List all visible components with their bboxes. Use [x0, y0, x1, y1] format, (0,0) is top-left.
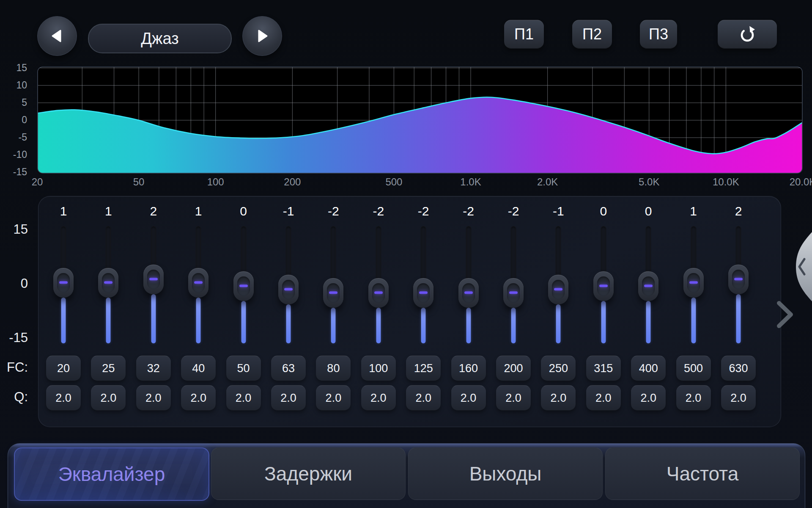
- preset-slot-3-button[interactable]: П3: [640, 20, 677, 49]
- bottom-tab-label: Частота: [667, 462, 739, 485]
- band-fc-button[interactable]: 400: [631, 356, 666, 381]
- bottom-tab-label: Выходы: [469, 462, 542, 485]
- next-preset-button[interactable]: [242, 16, 282, 56]
- band-slider-thumb[interactable]: [683, 268, 704, 298]
- band-slider-fill: [511, 308, 516, 343]
- band-fc-button[interactable]: 25: [91, 356, 126, 381]
- band-fc-button[interactable]: 160: [451, 356, 486, 381]
- x-tick-label: 5.0K: [630, 176, 668, 188]
- band-q-button[interactable]: 2.0: [406, 385, 441, 411]
- band-q-button[interactable]: 2.0: [46, 385, 81, 411]
- band-slider-fill: [331, 308, 336, 343]
- band-fc-button[interactable]: 80: [316, 356, 351, 381]
- band-slider-thumb[interactable]: [458, 278, 479, 308]
- band-fc-button[interactable]: 20: [46, 356, 81, 381]
- previous-preset-button[interactable]: [37, 16, 77, 56]
- band-slider-fill: [106, 298, 111, 343]
- eq-band-column: 0 50 2.0: [221, 199, 266, 415]
- side-drawer-handle[interactable]: [784, 232, 812, 301]
- band-slider-thumb[interactable]: [278, 275, 299, 304]
- preset-slot-1-button[interactable]: П1: [504, 20, 544, 49]
- eq-band-column: 1 25 2.0: [86, 199, 131, 415]
- eq-band-column: -2 200 2.0: [491, 199, 536, 415]
- band-gain-value: 2: [131, 204, 176, 218]
- tab-4[interactable]: Частота: [605, 447, 800, 500]
- preset-name-label: Джаз: [141, 30, 178, 48]
- band-slider-thumb-inset: [282, 280, 295, 299]
- band-fc-button[interactable]: 50: [226, 356, 261, 381]
- band-slider-fill: [466, 308, 471, 343]
- band-q-button[interactable]: 2.0: [676, 385, 711, 411]
- band-fc-button[interactable]: 100: [361, 356, 396, 381]
- band-fc-button[interactable]: 500: [676, 356, 711, 381]
- band-slider-thumb[interactable]: [368, 278, 389, 308]
- band-q-button[interactable]: 2.0: [226, 385, 261, 411]
- tab-2[interactable]: Задержки: [211, 447, 406, 500]
- x-tick-label: 2.0K: [529, 176, 567, 188]
- band-gain-value: 1: [41, 204, 86, 218]
- x-tick-label: 200: [273, 176, 311, 188]
- band-slider-thumb[interactable]: [143, 265, 164, 294]
- band-slider-thumb-dash-icon: [329, 291, 337, 294]
- band-q-button[interactable]: 2.0: [271, 385, 306, 411]
- band-slider-thumb-inset: [552, 280, 565, 299]
- band-fc-button[interactable]: 315: [586, 356, 621, 381]
- eq-band-column: 1 40 2.0: [176, 199, 221, 415]
- band-slider-thumb[interactable]: [233, 271, 254, 301]
- band-gain-value: -2: [446, 204, 491, 218]
- band-slider-thumb[interactable]: [53, 268, 74, 298]
- band-fc-button[interactable]: 40: [181, 356, 216, 381]
- band-slider-thumb[interactable]: [728, 265, 749, 294]
- eq-band-column: -2 160 2.0: [446, 199, 491, 415]
- band-slider-thumb[interactable]: [638, 271, 658, 301]
- fc-row-label: FC:: [0, 360, 28, 375]
- eq-band-column: -2 100 2.0: [356, 199, 401, 415]
- band-slider-thumb-inset: [507, 283, 520, 303]
- band-q-button[interactable]: 2.0: [721, 385, 756, 411]
- band-fc-button[interactable]: 250: [541, 356, 576, 381]
- band-q-button[interactable]: 2.0: [541, 385, 576, 411]
- y-tick-label: -5: [3, 132, 27, 143]
- preset-slot-2-button[interactable]: П2: [572, 20, 612, 49]
- band-gain-value: 1: [671, 204, 716, 218]
- band-q-button[interactable]: 2.0: [496, 385, 531, 411]
- band-gain-value: 0: [581, 204, 626, 218]
- preset-name-display[interactable]: Джаз: [88, 24, 232, 53]
- band-q-button[interactable]: 2.0: [451, 385, 486, 411]
- triangle-left-icon: [49, 28, 66, 44]
- next-page-chevron-button[interactable]: [774, 300, 796, 329]
- band-q-button[interactable]: 2.0: [136, 385, 171, 411]
- band-slider-thumb[interactable]: [98, 268, 118, 298]
- band-q-button[interactable]: 2.0: [316, 385, 351, 411]
- band-q-button[interactable]: 2.0: [631, 385, 666, 411]
- band-slider-thumb-dash-icon: [59, 281, 68, 284]
- band-slider-thumb[interactable]: [593, 271, 614, 301]
- band-slider-thumb[interactable]: [413, 278, 433, 308]
- band-fc-button[interactable]: 200: [496, 356, 531, 381]
- band-slider-thumb-inset: [102, 273, 115, 293]
- band-fc-button[interactable]: 630: [721, 356, 756, 381]
- bottom-tab-label: Задержки: [264, 462, 352, 485]
- eq-band-column: -1 250 2.0: [536, 199, 581, 415]
- band-slider-thumb[interactable]: [548, 275, 568, 304]
- band-slider-thumb-dash-icon: [149, 278, 158, 280]
- reset-eq-button[interactable]: [718, 20, 777, 49]
- band-slider-thumb[interactable]: [188, 268, 208, 298]
- band-fc-button[interactable]: 125: [406, 356, 441, 381]
- tab-3[interactable]: Выходы: [408, 447, 603, 500]
- y-tick-label: 10: [3, 80, 27, 91]
- tab-1[interactable]: Эквалайзер: [14, 447, 209, 501]
- band-slider-thumb[interactable]: [503, 278, 524, 308]
- band-q-button[interactable]: 2.0: [361, 385, 396, 411]
- band-slider-thumb[interactable]: [323, 278, 343, 308]
- gain-axis-zero-label: 0: [0, 276, 28, 291]
- band-q-button[interactable]: 2.0: [181, 385, 216, 411]
- band-fc-button[interactable]: 32: [136, 356, 171, 381]
- eq-band-column: 1 500 2.0: [671, 199, 716, 415]
- x-tick-label: 1.0K: [452, 176, 490, 188]
- band-q-button[interactable]: 2.0: [586, 385, 621, 411]
- band-fc-button[interactable]: 63: [271, 356, 306, 381]
- band-slider-fill: [196, 298, 201, 343]
- band-q-button[interactable]: 2.0: [91, 385, 126, 411]
- band-slider-fill: [241, 301, 246, 343]
